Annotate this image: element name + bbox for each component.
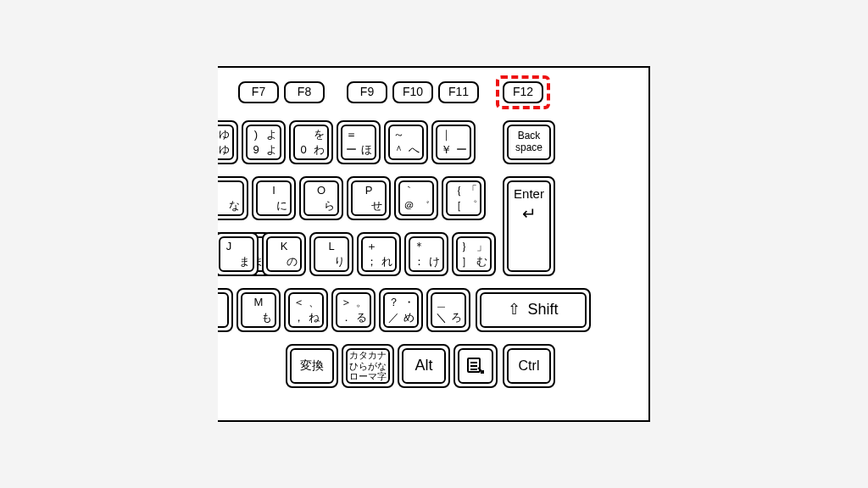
key-8[interactable]: (ゆ8ゆ (218, 120, 238, 164)
key-0[interactable]: を0わ (289, 120, 333, 164)
key-period[interactable]: ＞。．る (331, 288, 376, 332)
key-slash[interactable]: ？・／め (379, 288, 423, 332)
key-f8[interactable]: F8 (284, 81, 325, 103)
key-f7[interactable]: F7 (238, 81, 279, 103)
key-alt[interactable]: Alt (398, 344, 450, 388)
key-bracket-open[interactable]: ｛「［゜ (442, 176, 486, 220)
key-comma[interactable]: ＜、，ね (284, 288, 328, 332)
key-kana[interactable]: カタカナ ひらがな ローマ字 (342, 344, 394, 388)
key-o[interactable]: Oら (299, 176, 343, 220)
key-i[interactable]: Iに (252, 176, 296, 220)
menu-icon (465, 356, 486, 376)
key-caret[interactable]: ～＾へ (384, 120, 428, 164)
key-henkan[interactable]: 変換 (286, 344, 338, 388)
key-enter[interactable]: Enter ↵ (503, 176, 555, 276)
key-shift[interactable]: ⇧ Shift (476, 288, 591, 332)
key-backslash[interactable]: ＿＼ろ (426, 288, 470, 332)
key-j-visible[interactable]: Jま (218, 232, 259, 276)
key-label: F9 (360, 86, 374, 98)
key-f9[interactable]: F9 (347, 81, 387, 103)
shift-arrow-icon: ⇧ (508, 302, 520, 319)
enter-arrow-icon: ↵ (522, 204, 537, 224)
key-label: F11 (448, 86, 469, 98)
key-bracket-close[interactable]: ｝」］む (452, 232, 496, 276)
key-label: F7 (252, 86, 265, 98)
key-9[interactable]: )よ9よ (242, 120, 286, 164)
key-minus[interactable]: ＝ーほ (337, 120, 381, 164)
key-i-partial[interactable]: な (218, 176, 248, 220)
key-semicolon[interactable]: ＋；れ (357, 232, 401, 276)
key-label: F12 (513, 86, 533, 98)
key-colon[interactable]: ＊：け (404, 232, 448, 276)
shift-label: Shift (527, 302, 558, 319)
key-m[interactable]: Mも (236, 288, 281, 332)
ctrl-label: Ctrl (519, 358, 540, 374)
key-l[interactable]: Lり (309, 232, 353, 276)
key-yen[interactable]: ｜￥ー (431, 120, 476, 164)
key-application[interactable] (453, 344, 498, 388)
key-p[interactable]: Pせ (347, 176, 391, 220)
alt-label: Alt (415, 358, 432, 374)
key-backspace[interactable]: Backspace (503, 120, 555, 164)
enter-label: Enter (514, 186, 544, 201)
henkan-label: 変換 (300, 359, 324, 372)
key-f12[interactable]: F12 (503, 81, 543, 103)
key-f11[interactable]: F11 (438, 81, 479, 103)
key-m-cut[interactable] (218, 288, 233, 332)
key-ctrl[interactable]: Ctrl (503, 344, 555, 388)
key-label: F8 (298, 86, 311, 98)
key-at[interactable]: ｀＠゛ (394, 176, 438, 220)
key-f10[interactable]: F10 (392, 81, 433, 103)
keyboard-diagram: F7 F8 F9 F10 F11 F12 (ゆ8ゆ )よ9よ を0わ ＝ーほ ～… (218, 66, 650, 422)
key-label: F10 (403, 86, 423, 98)
key-k[interactable]: Kの (262, 232, 306, 276)
